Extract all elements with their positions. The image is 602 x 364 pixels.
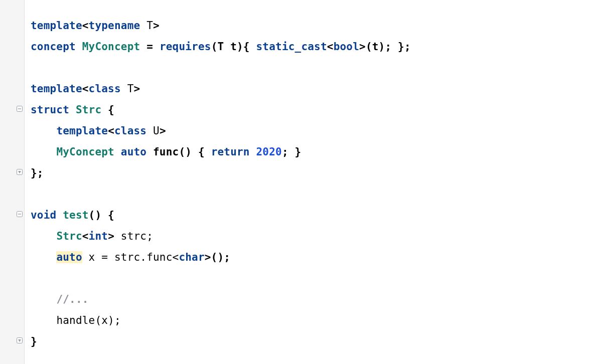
code-line: } [31, 331, 602, 352]
gutter [0, 0, 24, 364]
code-line [31, 184, 602, 205]
code-line: template<class U> [31, 120, 602, 141]
code-line: concept MyConcept = requires(T t){ stati… [31, 36, 602, 57]
code-line: }; [31, 162, 602, 184]
gutter-fold [15, 0, 24, 364]
fold-close-icon[interactable] [17, 169, 23, 175]
code-line: Strc<int> strc; [31, 226, 602, 247]
code-line: auto x = strc.func<char>(); [31, 247, 602, 268]
code-line: //... [31, 289, 602, 310]
code-line: void test() { [31, 205, 602, 226]
highlighted-token: auto [56, 251, 82, 263]
code-line: handle(x); [31, 310, 602, 331]
fold-close-icon[interactable] [17, 337, 23, 343]
code-line: struct Strc { [31, 99, 602, 120]
gutter-left [0, 0, 15, 364]
code-line: template<class T> [31, 78, 602, 99]
code-editor[interactable]: template<typename T> concept MyConcept =… [24, 0, 602, 364]
editor-wrap: template<typename T> concept MyConcept =… [0, 0, 602, 364]
fold-open-icon[interactable] [17, 211, 23, 217]
code-line: template<typename T> [31, 15, 602, 36]
code-line [31, 57, 602, 78]
fold-open-icon[interactable] [17, 106, 23, 112]
code-line [31, 268, 602, 289]
code-line: MyConcept auto func() { return 2020; } [31, 141, 602, 162]
